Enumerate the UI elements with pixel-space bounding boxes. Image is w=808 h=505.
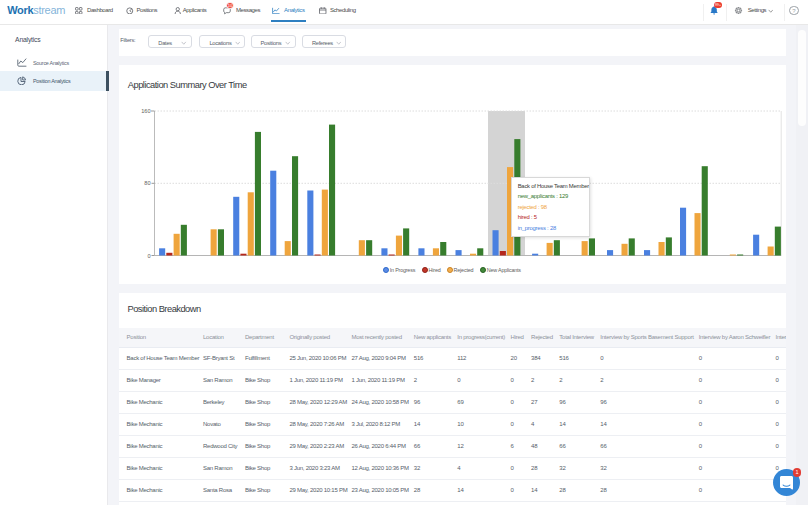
svg-text:0: 0 [147,253,150,259]
svg-text:160: 160 [141,108,150,114]
svg-text:80: 80 [144,180,150,186]
